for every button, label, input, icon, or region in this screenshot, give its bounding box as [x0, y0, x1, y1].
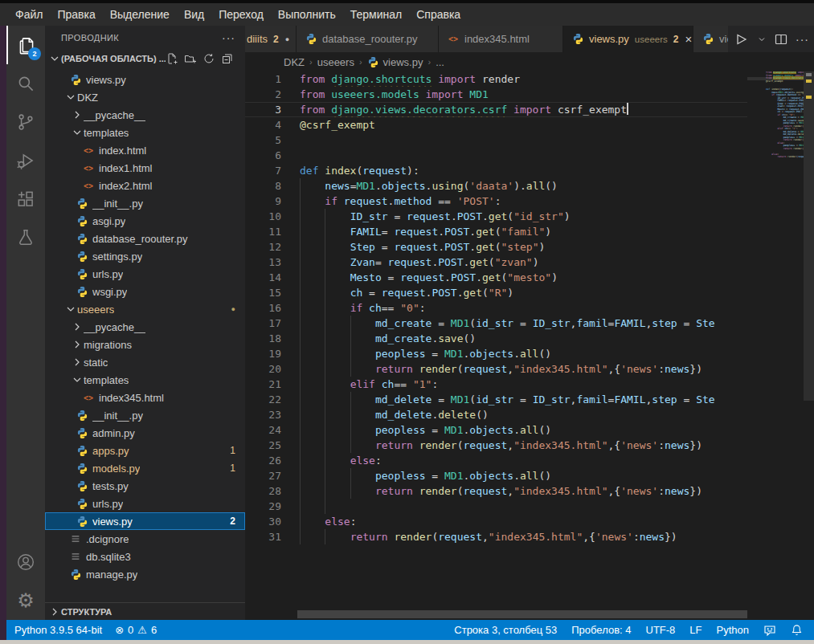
- feedback-icon[interactable]: [763, 624, 776, 637]
- code-line[interactable]: 8 news=MD1.objects.using('daata').all(): [245, 178, 747, 194]
- tree-item[interactable]: useeers●: [45, 300, 245, 318]
- status-language-mode[interactable]: Python: [717, 624, 749, 636]
- code-line[interactable]: 7def index(request):: [245, 163, 747, 178]
- code-line[interactable]: 19 peopless = MD1.objects.all(): [245, 346, 747, 361]
- structure-section-header[interactable]: СТРУКТУРА: [45, 602, 245, 620]
- run-debug-icon[interactable]: [6, 141, 45, 180]
- code-line[interactable]: 2from useeers.models import MD1: [245, 87, 747, 102]
- tree-item[interactable]: templates: [45, 371, 245, 389]
- editor-tab[interactable]: views.pyuseeers2×: [563, 26, 693, 52]
- chevron-down-icon[interactable]: [64, 303, 77, 316]
- chevron-right-icon[interactable]: [71, 320, 84, 333]
- code-line[interactable]: 24 peopless = MD1.objects.all(): [245, 422, 747, 438]
- source-control-icon[interactable]: [6, 103, 45, 141]
- chevron-down-icon[interactable]: [71, 126, 84, 139]
- tree-item[interactable]: migrations: [45, 336, 245, 353]
- scrollbar-thumb[interactable]: [297, 610, 747, 618]
- editor-tab[interactable]: diiits2●: [245, 26, 297, 52]
- code-line[interactable]: 9 if request.method == 'POST':: [245, 194, 747, 209]
- tree-item[interactable]: <>index1.html: [45, 159, 245, 177]
- code-line[interactable]: 31 return render(request,"index345.html"…: [245, 529, 747, 544]
- code-line[interactable]: 28 return render(request,"index345.html"…: [245, 483, 747, 499]
- menu-item[interactable]: Вид: [177, 3, 211, 26]
- tree-item[interactable]: urls.py: [45, 495, 245, 512]
- status-eol[interactable]: LF: [689, 624, 702, 636]
- code-line[interactable]: 23 md_delete.delete(): [245, 407, 747, 422]
- menu-item[interactable]: Правка: [50, 3, 102, 26]
- code-line[interactable]: 4@csrf_exempt: [245, 117, 747, 132]
- run-dropdown-icon[interactable]: [757, 35, 767, 44]
- tree-item[interactable]: manage.py: [45, 565, 245, 583]
- settings-gear-icon[interactable]: ⚙: [6, 581, 45, 620]
- code-line[interactable]: 3from django.views.decorators.csrf impor…: [245, 102, 747, 117]
- tree-item[interactable]: <>index345.html: [45, 389, 245, 406]
- tree-item[interactable]: settings.py: [45, 247, 245, 265]
- tree-item[interactable]: admin.py: [45, 424, 245, 442]
- search-icon[interactable]: [6, 64, 45, 103]
- chevron-down-icon[interactable]: [64, 91, 77, 104]
- minimap[interactable]: from django.shortcuts import renderfrom …: [747, 71, 804, 184]
- code-line[interactable]: 15 ch = request.POST.get("R"): [245, 285, 747, 300]
- code-line[interactable]: 21 elif ch== "1":: [245, 377, 747, 392]
- editor-tab[interactable]: vie: [693, 26, 730, 52]
- tree-item[interactable]: database_roouter.py: [45, 230, 245, 247]
- tree-item[interactable]: urls.py: [45, 265, 245, 283]
- menu-item[interactable]: Терминал: [343, 3, 409, 26]
- run-button[interactable]: [733, 31, 749, 47]
- breadcrumb-item[interactable]: ...: [436, 56, 444, 68]
- breadcrumb-item[interactable]: DKZ: [284, 56, 305, 68]
- tree-item[interactable]: apps.py1: [45, 442, 245, 459]
- menu-item[interactable]: Файл: [8, 3, 50, 26]
- menu-item[interactable]: Справка: [409, 3, 468, 26]
- tree-item[interactable]: <>index2.html: [45, 177, 245, 194]
- more-actions-icon[interactable]: ···: [222, 31, 235, 44]
- tree-item[interactable]: wsgi.py: [45, 283, 245, 300]
- tree-item[interactable]: __init__.py: [45, 406, 245, 424]
- tree-item[interactable]: tests.py: [45, 477, 245, 495]
- workspace-section-header[interactable]: (РАБОЧАЯ ОБЛАСТЬ) ...: [45, 50, 245, 67]
- code-line[interactable]: 17 md_create = MD1(id_str = ID_str,famil…: [245, 316, 747, 331]
- horizontal-scrollbar[interactable]: [297, 610, 779, 618]
- scrollbar-thumb[interactable]: [804, 71, 814, 401]
- new-file-icon[interactable]: [166, 52, 178, 65]
- code-line[interactable]: 30 else:: [245, 514, 747, 529]
- code-line[interactable]: 10 ID_str = request.POST.get("id_str"): [245, 209, 747, 224]
- status-python-version[interactable]: Python 3.9.5 64-bit: [14, 624, 102, 636]
- status-problems[interactable]: ⊗ 0 ⚠ 6: [115, 624, 157, 636]
- code-line[interactable]: 27 peopless = MD1.objects.all(): [245, 468, 747, 483]
- code-line[interactable]: 22 md_delete = MD1(id_str = ID_str,famil…: [245, 392, 747, 407]
- chevron-right-icon[interactable]: [71, 356, 84, 369]
- code-line[interactable]: 13 Zvan= request.POST.get("zvan"): [245, 255, 747, 270]
- code-line[interactable]: 6: [245, 148, 747, 163]
- tree-item[interactable]: templates: [45, 124, 245, 141]
- tree-item[interactable]: .dcignore: [45, 530, 245, 548]
- tree-item[interactable]: __pycache__: [45, 318, 245, 336]
- code-line[interactable]: 14 Mesto = request.POST.get("mesto"): [245, 270, 747, 285]
- status-indentation[interactable]: Пробелов: 4: [571, 624, 631, 636]
- bell-icon[interactable]: [791, 624, 803, 636]
- menu-item[interactable]: Выделение: [103, 3, 177, 26]
- chevron-right-icon[interactable]: [71, 108, 84, 121]
- tree-item[interactable]: views.py: [45, 71, 245, 88]
- testing-icon[interactable]: [6, 218, 45, 257]
- extensions-icon[interactable]: [6, 180, 45, 218]
- code-line[interactable]: 12 Step = request.POST.get("step"): [245, 239, 747, 255]
- files-icon[interactable]: 2: [6, 26, 45, 64]
- split-editor-icon[interactable]: [775, 33, 787, 46]
- editor-tab[interactable]: database_roouter.py: [297, 26, 439, 52]
- tree-item[interactable]: __pycache__: [45, 106, 245, 124]
- code-line[interactable]: 16 if ch== "0":: [245, 300, 747, 316]
- code-line[interactable]: 26 else:: [245, 453, 747, 468]
- account-icon[interactable]: [6, 543, 45, 581]
- status-encoding[interactable]: UTF-8: [646, 624, 676, 636]
- new-folder-icon[interactable]: [184, 52, 197, 65]
- menu-item[interactable]: Переход: [211, 3, 271, 26]
- code-editor[interactable]: 1from django.shortcuts import render2fro…: [245, 71, 747, 553]
- tree-item[interactable]: views.py2: [45, 512, 245, 530]
- code-line[interactable]: 5: [245, 132, 747, 148]
- breadcrumb-item[interactable]: useeers: [317, 56, 354, 68]
- vertical-scrollbar[interactable]: [804, 71, 814, 620]
- refresh-icon[interactable]: [202, 52, 215, 65]
- menu-item[interactable]: Выполнить: [271, 3, 343, 26]
- code-line[interactable]: 1from django.shortcuts import render: [245, 71, 747, 87]
